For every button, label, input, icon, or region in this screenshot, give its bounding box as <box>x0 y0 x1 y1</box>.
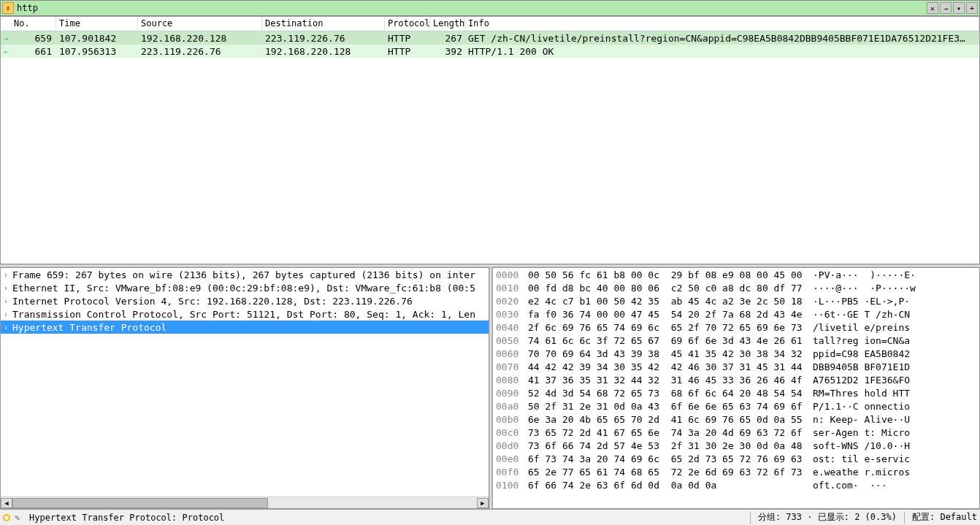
hex-ascii: P/1.1··C onnectio <box>813 401 976 414</box>
hex-bytes: 65 2e 77 65 61 74 68 65 72 2e 6d 69 63 7… <box>528 467 813 480</box>
hex-row[interactable]: 009052 4d 3d 54 68 72 65 73 68 6f 6c 64 … <box>496 388 976 401</box>
column-info[interactable]: Info <box>465 17 979 31</box>
cell-info: HTTP/1.1 200 OK <box>465 46 979 57</box>
apply-filter-button[interactable]: → <box>940 2 952 14</box>
bookmark-icon[interactable]: ▮ <box>2 2 14 14</box>
hex-row[interactable]: 000000 50 56 fc 61 b8 00 0c 29 bf 08 e9 … <box>496 269 976 283</box>
packet-row[interactable]: →659107.901842192.168.220.128223.119.226… <box>1 31 979 45</box>
scroll-left-icon[interactable]: ◀ <box>1 498 12 508</box>
edit-icon[interactable]: ✎ <box>15 513 25 523</box>
tree-row[interactable]: ›Ethernet II, Src: VMware_bf:08:e9 (00:0… <box>1 281 489 294</box>
hex-row[interactable]: 00402f 6c 69 76 65 74 69 6c 65 2f 70 72 … <box>496 322 976 335</box>
cell-time: 107.901842 <box>56 33 138 44</box>
hex-row[interactable]: 00f065 2e 77 65 61 74 68 65 72 2e 6d 69 … <box>496 467 976 480</box>
hex-row[interactable]: 0030fa f0 36 74 00 00 47 45 54 20 2f 7a … <box>496 309 976 322</box>
hex-offset: 00a0 <box>496 401 528 414</box>
hex-row[interactable]: 006070 70 69 64 3d 43 39 38 45 41 35 42 … <box>496 348 976 361</box>
tree-row[interactable]: ›Transmission Control Protocol, Src Port… <box>1 307 489 321</box>
cell-source: 223.119.226.76 <box>138 46 262 57</box>
hex-row[interactable]: 00e06f 73 74 3a 20 74 69 6c 65 2d 73 65 … <box>496 453 976 467</box>
tree-row[interactable]: ›Hypertext Transfer Protocol <box>1 321 489 334</box>
hex-row[interactable]: 00a050 2f 31 2e 31 0d 0a 43 6f 6e 6e 65 … <box>496 401 976 414</box>
hex-ascii: ost: til e-servic <box>813 453 976 467</box>
hex-offset: 0010 <box>496 283 528 296</box>
status-profile[interactable]: 配置: Default <box>912 511 977 524</box>
hex-offset: 0090 <box>496 388 528 401</box>
hex-bytes: 50 2f 31 2e 31 0d 0a 43 6f 6e 6e 65 63 7… <box>528 401 813 414</box>
packet-details-pane: ›Frame 659: 267 bytes on wire (2136 bits… <box>0 267 489 509</box>
column-length[interactable]: Length <box>430 17 465 31</box>
hex-row[interactable]: 007044 42 42 39 34 30 35 42 42 46 30 37 … <box>496 361 976 375</box>
hex-ascii: A76512D2 1FE36&FO <box>813 375 976 388</box>
hex-offset: 0000 <box>496 269 528 283</box>
hex-offset: 0100 <box>496 480 528 493</box>
hex-row[interactable]: 01006f 66 74 2e 63 6f 6d 0d 0a 0d 0aoft.… <box>496 480 976 493</box>
add-filter-button[interactable]: + <box>966 2 978 14</box>
hex-bytes: 00 50 56 fc 61 b8 00 0c 29 bf 08 e9 08 0… <box>528 269 813 283</box>
column-protocol[interactable]: Protocol <box>385 17 430 31</box>
display-filter-input[interactable] <box>14 1 927 15</box>
cell-info: GET /zh-CN/livetile/preinstall?region=CN… <box>465 33 979 44</box>
packet-list-pane: No. Time Source Destination Protocol Len… <box>0 16 980 264</box>
column-time[interactable]: Time <box>56 17 138 31</box>
column-destination[interactable]: Destination <box>262 17 385 31</box>
hex-ascii: ser-Agen t: Micro <box>813 427 976 440</box>
hex-row[interactable]: 00b06e 3a 20 4b 65 65 70 2d 41 6c 69 76 … <box>496 414 976 427</box>
hex-ascii: ·PV·a··· )·····E· <box>813 269 976 283</box>
scroll-right-icon[interactable]: ▶ <box>477 498 489 508</box>
cell-no: 661 <box>11 46 56 57</box>
hex-offset: 00e0 <box>496 453 528 467</box>
display-filter-bar: ▮ ✕ → ▾ + <box>0 0 980 16</box>
hex-ascii: ····@··· ·P·····w <box>813 283 976 296</box>
filter-history-button[interactable]: ▾ <box>953 2 965 14</box>
packet-bytes-pane[interactable]: 000000 50 56 fc 61 b8 00 0c 29 bf 08 e9 … <box>492 267 980 509</box>
status-field-info: Hypertext Transfer Protocol: Protocol <box>29 513 224 523</box>
hex-row[interactable]: 005074 61 6c 6c 3f 72 65 67 69 6f 6e 3d … <box>496 335 976 348</box>
hex-bytes: 6e 3a 20 4b 65 65 70 2d 41 6c 69 76 65 0… <box>528 414 813 427</box>
tree-scrollbar[interactable]: ◀ ▶ <box>1 497 489 508</box>
cell-source: 192.168.220.128 <box>138 33 262 44</box>
direction-icon: → <box>1 31 11 45</box>
status-packet-count: 分组: 733 · 已显示: 2 (0.3%) <box>758 511 897 524</box>
packet-rows[interactable]: →659107.901842192.168.220.128223.119.226… <box>1 31 979 264</box>
column-no[interactable]: No. <box>11 17 56 31</box>
expand-icon[interactable]: › <box>4 271 12 279</box>
packet-row[interactable]: ←661107.956313223.119.226.76192.168.220.… <box>1 45 979 58</box>
hex-offset: 00c0 <box>496 427 528 440</box>
hex-offset: 00f0 <box>496 467 528 480</box>
hex-row[interactable]: 00d073 6f 66 74 2d 57 4e 53 2f 31 30 2e … <box>496 440 976 453</box>
clear-filter-button[interactable]: ✕ <box>927 2 938 14</box>
cell-protocol: HTTP <box>385 33 430 44</box>
hex-offset: 00d0 <box>496 440 528 453</box>
expand-icon[interactable]: › <box>4 310 12 318</box>
cell-length: 392 <box>430 46 465 57</box>
scrollbar-thumb[interactable] <box>12 498 268 508</box>
bottom-panes: ›Frame 659: 267 bytes on wire (2136 bits… <box>0 267 980 509</box>
hex-row[interactable]: 008041 37 36 35 31 32 44 32 31 46 45 33 … <box>496 375 976 388</box>
hex-ascii: n: Keep- Alive··U <box>813 414 976 427</box>
hex-bytes: 52 4d 3d 54 68 72 65 73 68 6f 6c 64 20 4… <box>528 388 813 401</box>
packet-details-tree[interactable]: ›Frame 659: 267 bytes on wire (2136 bits… <box>1 268 489 497</box>
hex-ascii: /livetil e/preins <box>813 322 976 335</box>
hex-ascii: ·L···PB5 ·EL·>,P· <box>813 296 976 309</box>
expand-icon[interactable]: › <box>4 323 12 332</box>
hex-row[interactable]: 001000 fd d8 bc 40 00 80 06 c2 50 c0 a8 … <box>496 283 976 296</box>
tree-row[interactable]: ›Internet Protocol Version 4, Src: 192.1… <box>1 294 489 307</box>
hex-bytes: 73 6f 66 74 2d 57 4e 53 2f 31 30 2e 30 0… <box>528 440 813 453</box>
tree-row[interactable]: ›Frame 659: 267 bytes on wire (2136 bits… <box>1 268 489 281</box>
hex-row[interactable]: 0020e2 4c c7 b1 00 50 42 35 ab 45 4c a2 … <box>496 296 976 309</box>
expert-info-icon[interactable] <box>3 514 10 521</box>
cell-length: 267 <box>430 33 465 44</box>
tree-label: Transmission Control Protocol, Src Port:… <box>12 309 475 320</box>
hex-row[interactable]: 00c073 65 72 2d 41 67 65 6e 74 3a 20 4d … <box>496 427 976 440</box>
hex-bytes: 70 70 69 64 3d 43 39 38 45 41 35 42 30 3… <box>528 348 813 361</box>
hex-bytes: 44 42 42 39 34 30 35 42 42 46 30 37 31 4… <box>528 361 813 375</box>
tree-label: Ethernet II, Src: VMware_bf:08:e9 (00:0c… <box>12 283 475 294</box>
hex-offset: 0050 <box>496 335 528 348</box>
column-source[interactable]: Source <box>138 17 262 31</box>
tree-label: Frame 659: 267 bytes on wire (2136 bits)… <box>12 269 475 280</box>
expand-icon[interactable]: › <box>4 297 12 305</box>
hex-ascii: ppid=C98 EA5B0842 <box>813 348 976 361</box>
expand-icon[interactable]: › <box>4 284 12 292</box>
tree-label: Internet Protocol Version 4, Src: 192.16… <box>12 296 413 307</box>
